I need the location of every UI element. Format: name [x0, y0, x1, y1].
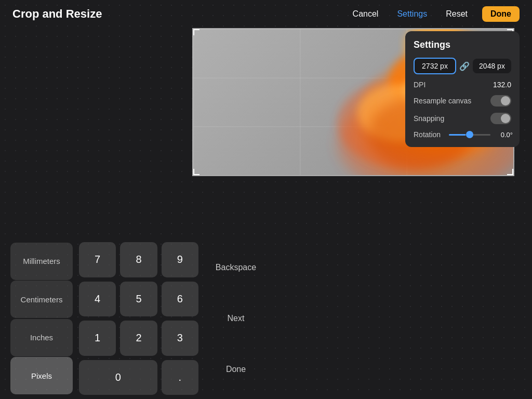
height-value: 2048 px — [473, 59, 511, 73]
backspace-button[interactable]: Backspace — [205, 249, 267, 286]
resample-toggle[interactable] — [490, 95, 511, 107]
key-0[interactable]: 0 — [79, 360, 157, 395]
resample-row: Resample canvas — [414, 95, 511, 107]
dpi-label: DPI — [414, 81, 425, 89]
canvas-wrapper — [96, 28, 418, 176]
numpad-area: Millimeters Centimeters Inches Pixels 7 … — [0, 238, 532, 399]
rotation-label: Rotation — [414, 130, 445, 139]
settings-title: Settings — [414, 39, 511, 50]
page-title: Crop and Resize — [12, 7, 102, 21]
dimension-inputs: 🔗 2048 px — [414, 58, 511, 74]
numpad-done-button[interactable]: Done — [205, 351, 267, 388]
header-actions: Cancel Settings Reset Done — [349, 6, 520, 22]
key-8[interactable]: 8 — [120, 242, 157, 277]
rotation-value: 0.0° — [495, 131, 513, 139]
unit-pixels[interactable]: Pixels — [10, 357, 73, 394]
link-icon: 🔗 — [459, 61, 470, 71]
snapping-toggle[interactable] — [490, 113, 511, 124]
reset-button[interactable]: Reset — [442, 7, 472, 21]
key-9[interactable]: 9 — [162, 242, 198, 277]
action-column: Backspace Next Done — [205, 238, 267, 399]
key-4[interactable]: 4 — [79, 282, 116, 317]
unit-centimeters[interactable]: Centimeters — [10, 281, 73, 318]
key-7[interactable]: 7 — [79, 242, 116, 277]
key-5[interactable]: 5 — [120, 282, 157, 317]
snapping-label: Snapping — [414, 114, 444, 123]
rotation-row: Rotation 0.0° — [414, 130, 511, 139]
settings-button[interactable]: Settings — [393, 7, 431, 21]
next-button[interactable]: Next — [205, 300, 267, 337]
key-2[interactable]: 2 — [120, 321, 157, 356]
key-1[interactable]: 1 — [79, 321, 116, 356]
numpad-grid: 7 8 9 4 5 6 1 2 3 0 . — [79, 238, 198, 399]
key-3[interactable]: 3 — [162, 321, 198, 356]
unit-column: Millimeters Centimeters Inches Pixels — [10, 238, 73, 399]
corner-handle-bl[interactable] — [193, 169, 200, 175]
unit-millimeters[interactable]: Millimeters — [10, 243, 73, 280]
corner-handle-tl[interactable] — [193, 29, 200, 35]
rotation-slider[interactable] — [449, 134, 490, 136]
unit-inches[interactable]: Inches — [10, 319, 73, 356]
resample-label: Resample canvas — [414, 97, 471, 105]
header: Crop and Resize Cancel Settings Reset Do… — [0, 0, 532, 28]
cancel-button[interactable]: Cancel — [349, 7, 383, 21]
dpi-row: DPI 132.0 — [414, 81, 511, 89]
key-6[interactable]: 6 — [162, 282, 198, 317]
dpi-value: 132.0 — [493, 81, 511, 89]
settings-panel: Settings 🔗 2048 px DPI 132.0 Resample ca… — [405, 31, 520, 147]
corner-handle-br[interactable] — [507, 169, 513, 175]
snapping-row: Snapping — [414, 113, 511, 124]
done-button[interactable]: Done — [482, 6, 520, 22]
width-input[interactable] — [414, 58, 456, 74]
key-dot[interactable]: . — [162, 360, 198, 395]
